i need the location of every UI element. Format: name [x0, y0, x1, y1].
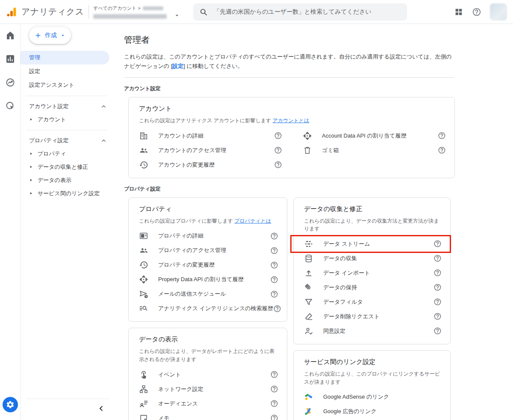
help-icon[interactable] [433, 269, 442, 277]
account-path-label: すべてのアカウント > [93, 5, 141, 12]
help-icon[interactable] [270, 370, 278, 379]
filter-icon [304, 297, 313, 307]
sidebar-item-data-display[interactable]: データの表示 [21, 173, 115, 187]
help-icon[interactable] [433, 298, 442, 306]
search-bar[interactable]: 「先週の米国からのユーザー数」と検索してみてください [193, 3, 407, 21]
settings-item-label: メモ [158, 414, 170, 420]
admin-gear-button[interactable] [3, 397, 18, 412]
settings-item-api[interactable]: Account Data API の割り当て履歴 [303, 129, 446, 143]
help-icon[interactable] [270, 290, 278, 298]
home-icon[interactable] [5, 30, 15, 41]
blurred-property-name [93, 14, 167, 19]
grid-icon[interactable] [454, 7, 463, 17]
help-icon[interactable] [270, 232, 278, 240]
card-subtitle: これらの設定により、このプロパティにリンクするサービスが決まります [304, 370, 442, 386]
settings-item-label: 同意設定 [323, 327, 345, 335]
card-title: アカウント [139, 105, 446, 113]
help-icon[interactable] [438, 146, 446, 154]
chevron-up-icon [100, 138, 107, 144]
group-icon [139, 246, 148, 255]
help-icon[interactable] [274, 132, 282, 140]
sidebar-item-setup-assistant[interactable]: 設定アシスタント [21, 78, 109, 92]
settings-link[interactable]: 設定 [172, 63, 183, 69]
settings-item-history[interactable]: アカウントの変更履歴 [139, 158, 282, 172]
advertising-icon[interactable] [5, 101, 15, 111]
help-icon[interactable] [433, 254, 442, 262]
settings-item-history[interactable]: プロパティの変更履歴 [139, 258, 278, 272]
settings-item-card-detail[interactable]: プロパティの詳細 [139, 229, 278, 243]
account-switcher[interactable]: すべてのアカウント > [93, 5, 174, 19]
help-icon[interactable] [438, 132, 446, 140]
settings-item-database[interactable]: データの収集 [304, 251, 442, 266]
divider [124, 77, 454, 78]
sidebar-item-property[interactable]: プロパティ [21, 147, 115, 160]
sidebar-item-data-collection[interactable]: データの収集と修正 [21, 160, 115, 173]
help-icon[interactable] [274, 161, 282, 169]
help-icon[interactable] [270, 399, 278, 408]
settings-item-eraser[interactable]: データ削除リクエスト [304, 309, 442, 324]
settings-item-person-check[interactable]: 同意設定 [304, 324, 442, 338]
settings-item-magnet[interactable]: データの保持 [304, 280, 442, 295]
settings-item-api[interactable]: Property Data API の割り当て履歴 [139, 272, 278, 287]
person-check-icon [304, 326, 313, 336]
settings-item-label: ネットワーク設定 [158, 385, 203, 393]
sidebar-item-product-links[interactable]: サービス間のリンク設定 [21, 187, 115, 200]
help-icon[interactable] [433, 312, 442, 320]
settings-item-data-stream[interactable]: データ ストリーム [304, 237, 442, 251]
create-button[interactable]: 作成 [29, 27, 71, 44]
reports-icon[interactable] [5, 54, 15, 64]
help-icon[interactable] [270, 261, 278, 269]
account-card-left-column: アカウントの詳細アカウントのアクセス管理アカウントの変更履歴 [139, 129, 282, 172]
property-card: プロパティ これらの設定はプロパティに影響します プロパティとは プロパティの詳… [128, 197, 287, 322]
sidebar-item-admin[interactable]: 管理 [21, 51, 109, 65]
api-icon [303, 131, 312, 141]
help-icon[interactable] [433, 283, 442, 291]
highlight-box [290, 235, 451, 253]
search-history-icon [139, 304, 148, 313]
settings-item-building[interactable]: アカウントの詳細 [139, 129, 282, 143]
help-icon[interactable] [433, 240, 442, 248]
sidebar-section-property-settings[interactable]: プロパティ設定 [21, 134, 115, 147]
sidebar-section-account-settings[interactable]: アカウント設定 [21, 100, 115, 113]
settings-item-google-ads[interactable]: Google 広告のリンク [304, 404, 442, 419]
settings-item-filter[interactable]: データフィルタ [304, 295, 442, 309]
eraser-icon [304, 312, 313, 321]
collapse-sidebar-icon[interactable] [97, 405, 105, 412]
help-icon[interactable] [270, 247, 278, 255]
help-icon[interactable] [270, 385, 278, 393]
help-icon[interactable] [472, 7, 481, 17]
help-icon[interactable] [274, 146, 282, 154]
settings-item-label: データ ストリーム [323, 240, 370, 248]
settings-item-adsense[interactable]: Google AdSense のリンク [304, 390, 442, 404]
help-icon[interactable] [270, 414, 278, 420]
settings-item-trash[interactable]: ゴミ箱 [303, 143, 446, 158]
settings-item-send-schedule[interactable]: メールの送信スケジュール [139, 287, 278, 301]
avatar[interactable] [490, 3, 507, 21]
settings-item-group[interactable]: プロパティのアクセス管理 [139, 243, 278, 258]
settings-item-search-history[interactable]: アナリティクス インテリジェンスの検索履歴 [139, 301, 278, 316]
settings-item-touch[interactable]: イベント [139, 367, 278, 382]
about-property-link[interactable]: プロパティとは [234, 218, 271, 224]
settings-item-label: プロパティの変更履歴 [158, 261, 215, 269]
audience-icon [139, 399, 148, 408]
settings-item-label: データの保持 [323, 284, 357, 291]
settings-item-note[interactable]: メモ [139, 411, 278, 420]
divider [26, 399, 109, 399]
card-subtitle: これらの設定はアナリティクス アカウントに影響します アカウントとは [139, 117, 446, 125]
help-icon[interactable] [270, 276, 278, 284]
settings-item-audience[interactable]: オーディエンス [139, 397, 278, 411]
help-icon[interactable] [433, 327, 442, 335]
google-ads-icon [304, 407, 313, 416]
settings-item-upload[interactable]: データ インポート [304, 266, 442, 280]
help-icon[interactable] [273, 305, 281, 313]
about-account-link[interactable]: アカウントとは [273, 117, 310, 123]
ga-logo[interactable]: アナリティクス [0, 6, 88, 18]
explore-icon[interactable] [5, 77, 15, 88]
sidebar-item-account[interactable]: アカウント [21, 113, 115, 126]
settings-item-group[interactable]: アカウントのアクセス管理 [139, 143, 282, 158]
product-name: アナリティクス [21, 6, 84, 18]
settings-item-network[interactable]: ネットワーク設定 [139, 382, 278, 397]
card-title: プロパティ [139, 205, 278, 213]
property-card-items: プロパティの詳細プロパティのアクセス管理プロパティの変更履歴Property D… [139, 229, 278, 316]
sidebar-item-settings[interactable]: 設定 [21, 65, 109, 78]
